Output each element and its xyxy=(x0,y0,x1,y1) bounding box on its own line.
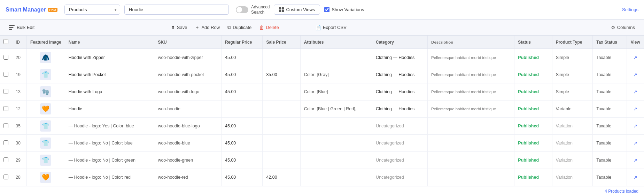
export-icon: 📄 xyxy=(315,25,321,30)
add-row-button[interactable]: ＋ Add Row xyxy=(191,23,223,32)
row-id: 35 xyxy=(12,118,27,135)
row-id: 28 xyxy=(12,169,27,186)
advanced-search-toggle[interactable] xyxy=(236,6,248,13)
row-product-type: Variable xyxy=(552,101,593,118)
row-status: Published xyxy=(514,101,552,118)
svg-rect-5 xyxy=(9,27,13,28)
status-badge: Published xyxy=(518,141,539,146)
show-variations-checkbox[interactable] xyxy=(324,7,329,12)
row-product-type: Variation xyxy=(552,135,593,152)
row-image: 👕 xyxy=(27,118,65,135)
pro-badge: PRO xyxy=(48,8,58,12)
row-sale-price xyxy=(263,152,300,169)
col-header-status: Status xyxy=(514,36,552,49)
top-bar: Smart Manager PRO Products Orders Custom… xyxy=(0,0,644,20)
row-checkbox[interactable] xyxy=(3,55,8,60)
row-attributes xyxy=(300,135,372,152)
row-description: Pellentesque habitant morbi tristique xyxy=(428,83,514,101)
col-header-description: Description xyxy=(428,36,514,49)
row-checkbox[interactable] xyxy=(3,140,8,145)
view-external-link[interactable]: ↗ xyxy=(633,175,637,180)
row-product-type: Simple xyxy=(552,83,593,101)
row-tax-status: Taxable xyxy=(593,101,627,118)
row-checkbox[interactable] xyxy=(3,106,8,111)
row-view: ↗ xyxy=(627,169,644,186)
row-sku: woo-hoodie-with-zipper xyxy=(154,49,222,66)
view-external-link[interactable]: ↗ xyxy=(633,157,637,163)
duplicate-button[interactable]: ⧉ Duplicate xyxy=(224,23,255,32)
col-header-sku: SKU xyxy=(154,36,222,49)
table-row: 12 🧡 Hoodie woo-hoodie Color: [Blue | Gr… xyxy=(0,101,644,118)
custom-views-button[interactable]: Custom Views xyxy=(274,5,320,15)
col-header-tax-status: Tax Status xyxy=(593,36,627,49)
row-attributes: Color: [Gray] xyxy=(300,66,372,83)
status-badge: Published xyxy=(518,89,539,94)
row-sku: woo-hoodie xyxy=(154,101,222,118)
row-view: ↗ xyxy=(627,152,644,169)
bulk-edit-button[interactable]: Bulk Edit xyxy=(6,23,38,32)
row-checkbox[interactable] xyxy=(3,72,8,77)
row-sale-price: 35.00 xyxy=(263,66,300,83)
col-header-view: View xyxy=(627,36,644,49)
show-variations-wrap[interactable]: Show Variations xyxy=(324,7,364,12)
row-description xyxy=(428,169,514,186)
show-variations-label: Show Variations xyxy=(332,7,364,12)
row-product-type: Variation xyxy=(552,169,593,186)
view-external-link[interactable]: ↗ xyxy=(633,55,637,60)
toolbar-center: ⬆ Save ＋ Add Row ⧉ Duplicate 🗑 Delete 📄 … xyxy=(168,23,350,32)
row-checkbox[interactable] xyxy=(3,89,8,94)
row-description xyxy=(428,118,514,135)
row-product-type: Simple xyxy=(552,49,593,66)
row-name: Hoodie with Pocket xyxy=(65,66,154,83)
row-checkbox[interactable] xyxy=(3,175,8,179)
row-product-type: Variation xyxy=(552,118,593,135)
row-tax-status: Taxable xyxy=(593,83,627,101)
delete-icon: 🗑 xyxy=(259,25,264,30)
svg-rect-2 xyxy=(279,10,281,12)
row-checkbox[interactable] xyxy=(3,157,8,162)
view-external-link[interactable]: ↗ xyxy=(633,106,637,112)
col-header-attributes: Attributes xyxy=(300,36,372,49)
row-attributes: Color: [Blue] xyxy=(300,83,372,101)
row-attributes xyxy=(300,118,372,135)
row-status: Published xyxy=(514,169,552,186)
entity-dropdown-wrap: Products Orders Customers Coupons ▾ xyxy=(64,5,120,15)
row-id: 19 xyxy=(12,66,27,83)
row-name: Hoodie xyxy=(65,101,154,118)
row-sale-price xyxy=(263,49,300,66)
row-regular-price: 45.00 xyxy=(222,83,263,101)
view-external-link[interactable]: ↗ xyxy=(633,72,637,77)
custom-views-icon xyxy=(279,7,284,12)
bulk-edit-label: Bulk Edit xyxy=(17,25,34,30)
row-id: 30 xyxy=(12,135,27,152)
select-all-checkbox[interactable] xyxy=(3,39,8,44)
view-external-link[interactable]: ↗ xyxy=(633,89,637,95)
row-description: Pellentesque habitant morbi tristique xyxy=(428,101,514,118)
data-table: ID Featured Image Name SKU Regular Price… xyxy=(0,36,644,186)
settings-link[interactable]: Settings xyxy=(622,7,638,12)
custom-views-label: Custom Views xyxy=(286,7,315,12)
advanced-search-label: Advanced Search xyxy=(251,5,270,15)
row-regular-price: 45.00 xyxy=(222,169,263,186)
row-checkbox-cell xyxy=(0,135,12,152)
toolbar-left: Bulk Edit xyxy=(6,23,38,32)
row-image: 🧡 xyxy=(27,169,65,186)
row-attributes xyxy=(300,169,372,186)
save-button[interactable]: ⬆ Save xyxy=(168,23,191,32)
svg-rect-6 xyxy=(9,29,12,30)
svg-rect-1 xyxy=(282,7,284,9)
add-row-icon: ＋ xyxy=(195,24,200,31)
view-external-link[interactable]: ↗ xyxy=(633,140,637,146)
row-tax-status: Taxable xyxy=(593,169,627,186)
view-external-link[interactable]: ↗ xyxy=(633,123,637,129)
row-category: Clothing — Hoodies xyxy=(372,49,427,66)
product-thumbnail: 🧥 xyxy=(40,52,51,63)
col-header-product-type: Product Type xyxy=(552,36,593,49)
export-csv-button[interactable]: 📄 Export CSV xyxy=(312,23,350,32)
entity-select[interactable]: Products Orders Customers Coupons xyxy=(64,5,120,15)
columns-button[interactable]: ⚙ Columns xyxy=(607,23,638,32)
search-input[interactable]: Hoodie xyxy=(124,5,229,15)
delete-button[interactable]: 🗑 Delete xyxy=(256,23,282,32)
row-checkbox[interactable] xyxy=(3,123,8,128)
row-category: Uncategorized xyxy=(372,118,427,135)
